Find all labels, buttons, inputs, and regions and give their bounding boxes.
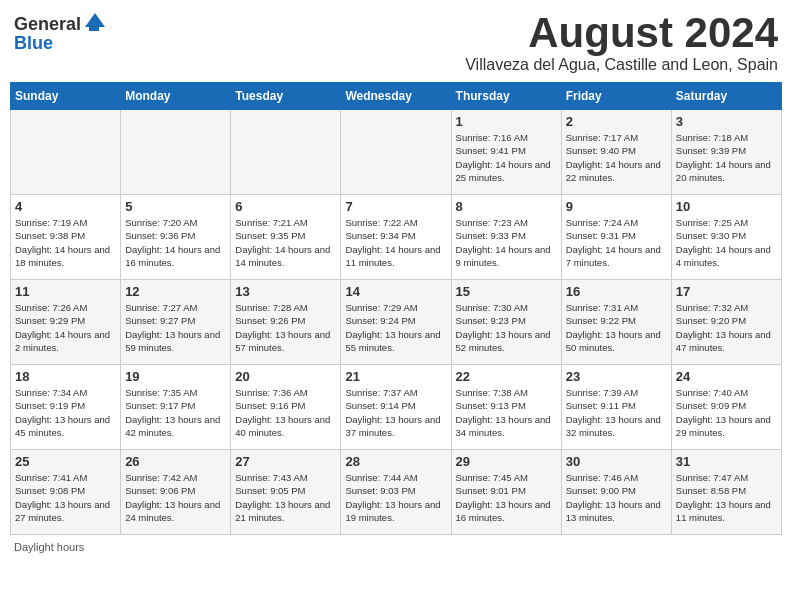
day-info: Sunrise: 7:20 AMSunset: 9:36 PMDaylight:… — [125, 216, 226, 269]
column-header-thursday: Thursday — [451, 83, 561, 110]
day-number: 22 — [456, 369, 557, 384]
day-info: Sunrise: 7:39 AMSunset: 9:11 PMDaylight:… — [566, 386, 667, 439]
day-info: Sunrise: 7:46 AMSunset: 9:00 PMDaylight:… — [566, 471, 667, 524]
calendar-cell: 8Sunrise: 7:23 AMSunset: 9:33 PMDaylight… — [451, 195, 561, 280]
calendar-cell: 1Sunrise: 7:16 AMSunset: 9:41 PMDaylight… — [451, 110, 561, 195]
page-header: General Blue August 2024 Villaveza del A… — [10, 10, 782, 74]
day-number: 20 — [235, 369, 336, 384]
day-number: 29 — [456, 454, 557, 469]
day-info: Sunrise: 7:43 AMSunset: 9:05 PMDaylight:… — [235, 471, 336, 524]
calendar-cell: 15Sunrise: 7:30 AMSunset: 9:23 PMDayligh… — [451, 280, 561, 365]
day-number: 31 — [676, 454, 777, 469]
calendar-cell: 21Sunrise: 7:37 AMSunset: 9:14 PMDayligh… — [341, 365, 451, 450]
column-header-monday: Monday — [121, 83, 231, 110]
day-number: 23 — [566, 369, 667, 384]
day-info: Sunrise: 7:17 AMSunset: 9:40 PMDaylight:… — [566, 131, 667, 184]
day-number: 24 — [676, 369, 777, 384]
daylight-label: Daylight hours — [14, 541, 84, 553]
day-info: Sunrise: 7:38 AMSunset: 9:13 PMDaylight:… — [456, 386, 557, 439]
day-info: Sunrise: 7:41 AMSunset: 9:08 PMDaylight:… — [15, 471, 116, 524]
calendar-cell: 31Sunrise: 7:47 AMSunset: 8:58 PMDayligh… — [671, 450, 781, 535]
calendar-cell: 29Sunrise: 7:45 AMSunset: 9:01 PMDayligh… — [451, 450, 561, 535]
calendar-cell: 5Sunrise: 7:20 AMSunset: 9:36 PMDaylight… — [121, 195, 231, 280]
calendar-cell — [341, 110, 451, 195]
day-info: Sunrise: 7:18 AMSunset: 9:39 PMDaylight:… — [676, 131, 777, 184]
calendar-cell: 17Sunrise: 7:32 AMSunset: 9:20 PMDayligh… — [671, 280, 781, 365]
calendar-cell: 13Sunrise: 7:28 AMSunset: 9:26 PMDayligh… — [231, 280, 341, 365]
day-number: 3 — [676, 114, 777, 129]
day-info: Sunrise: 7:34 AMSunset: 9:19 PMDaylight:… — [15, 386, 116, 439]
day-number: 5 — [125, 199, 226, 214]
footer: Daylight hours — [10, 541, 782, 553]
svg-marker-1 — [89, 27, 99, 31]
svg-marker-0 — [85, 13, 105, 27]
day-number: 10 — [676, 199, 777, 214]
day-number: 26 — [125, 454, 226, 469]
day-info: Sunrise: 7:35 AMSunset: 9:17 PMDaylight:… — [125, 386, 226, 439]
day-info: Sunrise: 7:45 AMSunset: 9:01 PMDaylight:… — [456, 471, 557, 524]
logo-icon — [85, 13, 105, 33]
day-info: Sunrise: 7:27 AMSunset: 9:27 PMDaylight:… — [125, 301, 226, 354]
title-block: August 2024 Villaveza del Agua, Castille… — [465, 10, 778, 74]
calendar-cell: 16Sunrise: 7:31 AMSunset: 9:22 PMDayligh… — [561, 280, 671, 365]
day-number: 11 — [15, 284, 116, 299]
calendar-cell: 3Sunrise: 7:18 AMSunset: 9:39 PMDaylight… — [671, 110, 781, 195]
day-number: 25 — [15, 454, 116, 469]
calendar-week-row: 25Sunrise: 7:41 AMSunset: 9:08 PMDayligh… — [11, 450, 782, 535]
day-info: Sunrise: 7:44 AMSunset: 9:03 PMDaylight:… — [345, 471, 446, 524]
calendar-cell: 28Sunrise: 7:44 AMSunset: 9:03 PMDayligh… — [341, 450, 451, 535]
day-info: Sunrise: 7:21 AMSunset: 9:35 PMDaylight:… — [235, 216, 336, 269]
day-info: Sunrise: 7:16 AMSunset: 9:41 PMDaylight:… — [456, 131, 557, 184]
day-number: 21 — [345, 369, 446, 384]
calendar-cell: 24Sunrise: 7:40 AMSunset: 9:09 PMDayligh… — [671, 365, 781, 450]
day-info: Sunrise: 7:30 AMSunset: 9:23 PMDaylight:… — [456, 301, 557, 354]
day-number: 15 — [456, 284, 557, 299]
calendar-cell — [121, 110, 231, 195]
calendar-table: SundayMondayTuesdayWednesdayThursdayFrid… — [10, 82, 782, 535]
day-info: Sunrise: 7:19 AMSunset: 9:38 PMDaylight:… — [15, 216, 116, 269]
column-header-friday: Friday — [561, 83, 671, 110]
calendar-week-row: 1Sunrise: 7:16 AMSunset: 9:41 PMDaylight… — [11, 110, 782, 195]
calendar-cell: 9Sunrise: 7:24 AMSunset: 9:31 PMDaylight… — [561, 195, 671, 280]
calendar-week-row: 4Sunrise: 7:19 AMSunset: 9:38 PMDaylight… — [11, 195, 782, 280]
column-header-sunday: Sunday — [11, 83, 121, 110]
calendar-week-row: 11Sunrise: 7:26 AMSunset: 9:29 PMDayligh… — [11, 280, 782, 365]
calendar-cell: 23Sunrise: 7:39 AMSunset: 9:11 PMDayligh… — [561, 365, 671, 450]
calendar-cell — [231, 110, 341, 195]
day-number: 18 — [15, 369, 116, 384]
day-info: Sunrise: 7:40 AMSunset: 9:09 PMDaylight:… — [676, 386, 777, 439]
column-header-saturday: Saturday — [671, 83, 781, 110]
day-number: 27 — [235, 454, 336, 469]
calendar-cell — [11, 110, 121, 195]
day-number: 14 — [345, 284, 446, 299]
day-info: Sunrise: 7:32 AMSunset: 9:20 PMDaylight:… — [676, 301, 777, 354]
column-header-wednesday: Wednesday — [341, 83, 451, 110]
calendar-cell: 26Sunrise: 7:42 AMSunset: 9:06 PMDayligh… — [121, 450, 231, 535]
calendar-cell: 18Sunrise: 7:34 AMSunset: 9:19 PMDayligh… — [11, 365, 121, 450]
day-number: 19 — [125, 369, 226, 384]
calendar-cell: 2Sunrise: 7:17 AMSunset: 9:40 PMDaylight… — [561, 110, 671, 195]
day-number: 17 — [676, 284, 777, 299]
day-info: Sunrise: 7:23 AMSunset: 9:33 PMDaylight:… — [456, 216, 557, 269]
day-number: 13 — [235, 284, 336, 299]
logo-blue: Blue — [14, 33, 53, 54]
calendar-cell: 27Sunrise: 7:43 AMSunset: 9:05 PMDayligh… — [231, 450, 341, 535]
day-number: 16 — [566, 284, 667, 299]
day-number: 1 — [456, 114, 557, 129]
day-info: Sunrise: 7:42 AMSunset: 9:06 PMDaylight:… — [125, 471, 226, 524]
day-number: 8 — [456, 199, 557, 214]
day-info: Sunrise: 7:24 AMSunset: 9:31 PMDaylight:… — [566, 216, 667, 269]
calendar-cell: 14Sunrise: 7:29 AMSunset: 9:24 PMDayligh… — [341, 280, 451, 365]
calendar-cell: 25Sunrise: 7:41 AMSunset: 9:08 PMDayligh… — [11, 450, 121, 535]
day-number: 9 — [566, 199, 667, 214]
day-info: Sunrise: 7:47 AMSunset: 8:58 PMDaylight:… — [676, 471, 777, 524]
calendar-header-row: SundayMondayTuesdayWednesdayThursdayFrid… — [11, 83, 782, 110]
calendar-cell: 10Sunrise: 7:25 AMSunset: 9:30 PMDayligh… — [671, 195, 781, 280]
logo-general: General — [14, 14, 81, 35]
day-number: 2 — [566, 114, 667, 129]
calendar-cell: 7Sunrise: 7:22 AMSunset: 9:34 PMDaylight… — [341, 195, 451, 280]
page-title: August 2024 — [465, 10, 778, 56]
day-number: 7 — [345, 199, 446, 214]
day-number: 12 — [125, 284, 226, 299]
calendar-week-row: 18Sunrise: 7:34 AMSunset: 9:19 PMDayligh… — [11, 365, 782, 450]
